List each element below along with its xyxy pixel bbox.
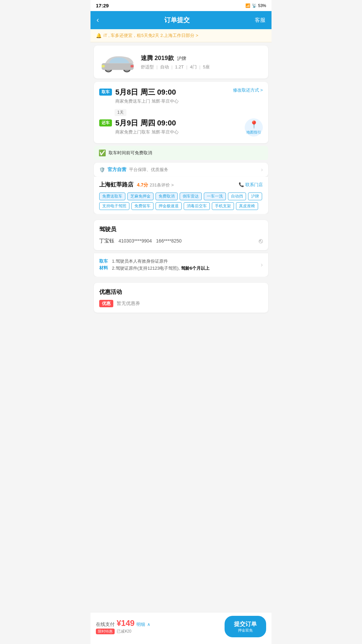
store-tag-3: 倒车雷达: [180, 193, 202, 200]
store-tag-4: 一车一洗: [204, 193, 226, 200]
store-tags: 免费送取车芝麻免押金免费取消倒车雷达一车一洗自动挡沪牌支持电子驾照免费留车押金极…: [99, 193, 263, 210]
store-tag-2: 免费取消: [156, 193, 178, 200]
material-item2: 2.驾驶证原件(支持12123电子驾照), 驾龄6个月以上: [112, 265, 258, 272]
driver-phone: 166****8250: [156, 238, 182, 244]
store-header: 上海虹莘路店 4.7分 231条评价 > 📞 联系门店: [99, 181, 263, 189]
battery-icon: 53%: [258, 3, 266, 8]
spec-doors: 4门: [190, 64, 197, 69]
store-tag-12: 真皮座椅: [236, 202, 258, 210]
back-button[interactable]: ‹: [97, 16, 99, 24]
official-info: 🛡️ 官方自营 平台保障、优质服务: [99, 167, 168, 173]
official-label: 官方自营: [108, 167, 126, 173]
contact-store-button[interactable]: 📞 联系门店: [239, 182, 263, 188]
map-guide-button[interactable]: 📍 地图指引: [245, 118, 263, 137]
chevron-right-icon: ›: [261, 261, 263, 268]
spec-seats: 5座: [203, 64, 210, 69]
bottom-spacer: [90, 315, 272, 349]
return-badge: 还车: [99, 119, 112, 126]
car-specs: 舒适型 | 自动 | 1.2T | 4门 | 5座: [141, 64, 263, 70]
official-desc: 平台保障、优质服务: [129, 167, 168, 173]
header: ‹ 订单提交 客服: [90, 11, 272, 29]
modify-method-link[interactable]: 修改取还方式 >: [233, 87, 263, 93]
store-tag-0: 免费送取车: [99, 193, 125, 200]
promo-banner[interactable]: 🔔 iT , 车多还便宜，租5天免2天 2.上海工作日部分 >: [90, 29, 272, 42]
pickup-badge: 取车: [99, 89, 112, 96]
no-voucher-text: 暂无优惠券: [117, 301, 140, 307]
store-tag-9: 押金极速退: [156, 202, 182, 210]
store-rating: 4.7分: [137, 182, 148, 187]
status-icons: 📶 📡 53%: [245, 3, 266, 8]
shield-icon: 🛡️: [99, 167, 105, 172]
map-label: 地图指引: [246, 130, 261, 135]
cancel-notice: ✅ 取车时间前可免费取消: [94, 146, 268, 160]
chevron-right-icon: ›: [261, 167, 263, 173]
driver-id: 410303****9904: [118, 238, 152, 244]
banner-text: iT , 车多还便宜，租5天免2天 2.上海工作日部分 >: [104, 33, 198, 39]
time-display: 17:29: [96, 3, 109, 8]
driver-section: 驾驶员 丁宝钰 410303****9904 166****8250 ⎋: [94, 220, 268, 250]
store-tag-1: 芝麻免押金: [127, 193, 154, 200]
store-name: 上海虹莘路店: [99, 181, 133, 188]
driver-info-row: 丁宝钰 410303****9904 166****8250 ⎋: [99, 237, 263, 245]
store-name-rating: 上海虹莘路店 4.7分 231条评价 >: [99, 181, 174, 189]
check-icon: ✅: [99, 149, 106, 157]
store-tag-8: 免费留车: [131, 202, 154, 210]
pickup-location: 商家免费送车上门 旭辉·莘庄中心: [115, 98, 263, 104]
materials-label: 取车 材料: [99, 258, 108, 271]
return-info: 5月9日 周四 09:00 商家免费上门取车 旭辉·莘庄中心: [115, 118, 263, 135]
store-tag-11: 手机支架: [212, 202, 234, 210]
car-illustration: [99, 51, 136, 73]
driver-section-title: 驾驶员: [99, 225, 263, 233]
spec-engine: 1.2T: [175, 64, 184, 69]
section-divider-2: [90, 277, 272, 280]
svg-rect-4: [102, 63, 133, 70]
bell-icon: 🔔: [96, 33, 102, 38]
store-tag-10: 消毒后交车: [184, 202, 210, 210]
return-row: 还车 5月9日 周四 09:00 商家免费上门取车 旭辉·莘庄中心: [99, 118, 263, 135]
return-datetime: 5月9日 周四 09:00: [115, 118, 263, 128]
car-image: [99, 50, 136, 74]
store-tag-5: 自动挡: [228, 193, 246, 200]
store-reviews[interactable]: 231条评价 >: [149, 182, 174, 187]
promo-badge: 优惠: [99, 300, 113, 307]
promo-row[interactable]: 优惠 暂无优惠券: [99, 300, 263, 307]
car-info-card: 速腾 2019款 沪牌 舒适型 | 自动 | 1.2T | 4门 | 5座: [94, 46, 268, 78]
customer-service-button[interactable]: 客服: [255, 17, 265, 24]
rental-days: 1天: [115, 109, 126, 116]
spec-type: 舒适型: [141, 64, 154, 69]
svg-rect-6: [131, 65, 134, 67]
signal-icon: 📶: [245, 3, 250, 8]
svg-rect-5: [102, 65, 105, 67]
official-badge-row[interactable]: 🛡️ 官方自营 平台保障、优质服务 ›: [94, 163, 268, 177]
cancel-text: 取车时间前可免费取消: [109, 150, 152, 156]
status-bar: 17:29 📶 📡 53%: [90, 0, 272, 11]
section-divider: [90, 214, 272, 217]
page-title: 订单提交: [164, 16, 190, 24]
car-details: 速腾 2019款 沪牌 舒适型 | 自动 | 1.2T | 4门 | 5座: [141, 54, 263, 70]
driver-name: 丁宝钰: [99, 238, 114, 244]
return-location: 商家免费上门取车 旭辉·莘庄中心: [115, 129, 263, 135]
promo-section-title: 优惠活动: [99, 288, 263, 296]
store-tag-7: 支持电子驾照: [99, 202, 129, 210]
materials-content: 1.驾驶员本人有效身份证原件 2.驾驶证原件(支持12123电子驾照), 驾龄6…: [112, 258, 258, 272]
phone-icon: 📞: [239, 182, 244, 187]
pickup-materials-row[interactable]: 取车 材料 1.驾驶员本人有效身份证原件 2.驾驶证原件(支持12123电子驾照…: [94, 253, 268, 277]
store-section: 上海虹莘路店 4.7分 231条评价 > 📞 联系门店 免费送取车芝麻免押金免费…: [94, 177, 268, 214]
map-icon: 📍: [249, 120, 258, 129]
edit-driver-button[interactable]: ⎋: [259, 237, 263, 245]
driver-identity: 丁宝钰 410303****9904 166****8250: [99, 238, 182, 244]
wifi-icon: 📡: [252, 3, 257, 8]
store-tag-6: 沪牌: [248, 193, 262, 200]
car-name: 速腾 2019款: [141, 55, 174, 61]
spec-transmission: 自动: [160, 64, 169, 69]
car-plate: 沪牌: [177, 56, 186, 61]
date-section: 修改取还方式 > 取车 5月8日 周三 09:00 商家免费送车上门 旭辉·莘庄…: [94, 82, 268, 143]
material-item1: 1.驾驶员本人有效身份证原件: [112, 258, 258, 265]
promo-section: 优惠活动 优惠 暂无优惠券: [94, 283, 268, 313]
